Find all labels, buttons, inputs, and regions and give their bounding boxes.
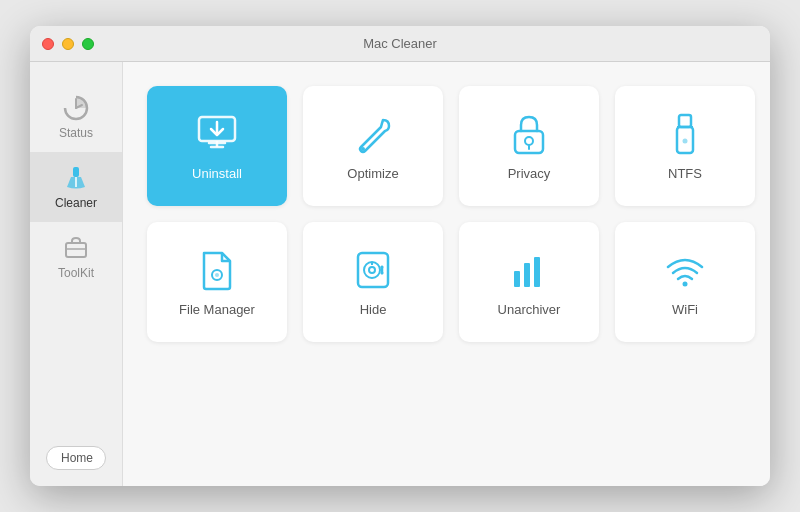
optimize-icon [351,112,395,156]
tile-file-manager[interactable]: File Manager [147,222,287,342]
tile-row-2: File Manager [147,222,755,342]
svg-point-22 [369,267,375,273]
tile-hide[interactable]: Hide [303,222,443,342]
tile-label-file-manager: File Manager [179,302,255,317]
maximize-button[interactable] [82,38,94,50]
svg-point-11 [525,137,533,145]
toolkit-icon [62,234,90,262]
window-title: Mac Cleaner [363,36,437,51]
app-window: Mac Cleaner Status [30,26,770,486]
svg-rect-29 [534,257,540,287]
traffic-lights [42,38,94,50]
privacy-icon [507,112,551,156]
svg-rect-20 [358,253,388,287]
svg-rect-14 [679,115,691,127]
hide-icon [351,248,395,292]
svg-point-19 [215,273,219,277]
svg-point-17 [683,138,688,143]
tile-label-hide: Hide [360,302,387,317]
main-content: Uninstall Optimize [123,62,770,486]
tile-label-unarchiver: Unarchiver [498,302,561,317]
tile-wifi[interactable]: WiFi [615,222,755,342]
content-area: Status Cleaner [30,62,770,486]
tile-ntfs[interactable]: NTFS [615,86,755,206]
svg-point-26 [381,271,384,274]
wifi-icon [663,248,707,292]
tile-uninstall[interactable]: Uninstall [147,86,287,206]
sidebar-item-status[interactable]: Status [30,82,122,152]
svg-rect-27 [514,271,520,287]
sidebar-label-cleaner: Cleaner [55,196,97,210]
file-manager-icon [195,248,239,292]
cleaner-icon [62,164,90,192]
tile-privacy[interactable]: Privacy [459,86,599,206]
svg-point-25 [381,265,384,268]
title-bar: Mac Cleaner [30,26,770,62]
ntfs-icon [663,112,707,156]
svg-rect-28 [524,263,530,287]
svg-point-9 [361,147,365,151]
svg-point-30 [683,281,688,286]
sidebar-label-toolkit: ToolKit [58,266,94,280]
unarchiver-icon [507,248,551,292]
minimize-button[interactable] [62,38,74,50]
tile-label-privacy: Privacy [508,166,551,181]
uninstall-icon [195,112,239,156]
tile-row-1: Uninstall Optimize [147,86,755,206]
close-button[interactable] [42,38,54,50]
tile-label-ntfs: NTFS [668,166,702,181]
status-icon [62,94,90,122]
tile-unarchiver[interactable]: Unarchiver [459,222,599,342]
svg-rect-0 [73,167,79,177]
tile-label-uninstall: Uninstall [192,166,242,181]
sidebar-label-status: Status [59,126,93,140]
home-area: Home [30,430,122,486]
svg-rect-2 [66,243,86,257]
sidebar-item-toolkit[interactable]: ToolKit [30,222,122,292]
tile-label-wifi: WiFi [672,302,698,317]
tile-optimize[interactable]: Optimize [303,86,443,206]
home-button[interactable]: Home [46,446,106,470]
sidebar: Status Cleaner [30,62,123,486]
tile-label-optimize: Optimize [347,166,398,181]
sidebar-item-cleaner[interactable]: Cleaner [30,152,122,222]
